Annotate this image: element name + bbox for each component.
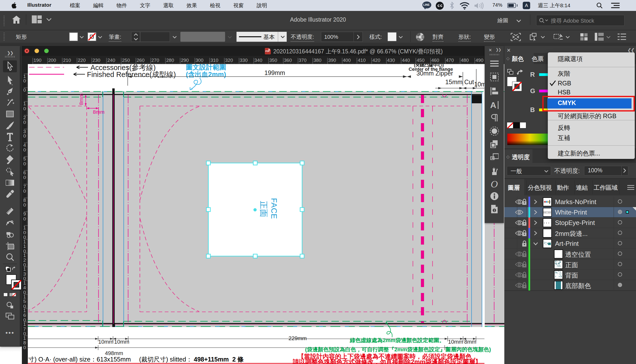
svg-text:430: 430: [387, 58, 395, 63]
svg-text:8: 8: [23, 340, 26, 346]
svg-text:240: 240: [107, 58, 115, 63]
svg-text:440: 440: [402, 58, 410, 63]
svg-text:FACE: FACE: [270, 198, 278, 219]
svg-text:340: 340: [254, 58, 262, 63]
svg-text:200: 200: [48, 58, 56, 63]
svg-text:0: 0: [23, 106, 26, 111]
svg-text:210: 210: [63, 58, 71, 63]
svg-text:8: 8: [23, 198, 26, 203]
svg-text:8mm: 8mm: [78, 93, 84, 105]
svg-text:8mm: 8mm: [93, 109, 105, 115]
svg-text:1: 1: [23, 253, 26, 258]
svg-text:2: 2: [23, 115, 26, 120]
svg-text:0: 0: [23, 188, 26, 194]
svg-text:5: 5: [23, 156, 26, 162]
svg-text:270: 270: [151, 58, 159, 63]
svg-text:229mm: 229mm: [288, 335, 307, 342]
svg-text:0: 0: [23, 161, 26, 166]
svg-text:10mm: 10mm: [114, 339, 129, 345]
svg-text:350: 350: [269, 58, 277, 63]
svg-text:498mm: 498mm: [105, 350, 123, 356]
svg-text:450: 450: [417, 58, 425, 63]
svg-text:1: 1: [23, 225, 26, 230]
svg-text:5: 5: [23, 299, 26, 304]
svg-text:10mm: 10mm: [98, 339, 113, 345]
svg-text:1: 1: [23, 322, 26, 327]
svg-text:480: 480: [461, 58, 469, 63]
svg-text:400: 400: [343, 58, 351, 63]
svg-text:250: 250: [122, 58, 130, 63]
svg-text:1: 1: [23, 266, 26, 272]
svg-text:220: 220: [78, 58, 86, 63]
svg-text:0: 0: [23, 147, 26, 152]
svg-text:正面: 正面: [259, 201, 268, 217]
svg-text:0: 0: [23, 175, 26, 180]
svg-text:0: 0: [23, 345, 26, 350]
svg-text:0: 0: [23, 216, 26, 222]
svg-text:0: 0: [23, 78, 26, 84]
svg-text:1: 1: [23, 308, 26, 313]
svg-text:6: 6: [23, 312, 26, 318]
svg-text:0: 0: [23, 230, 26, 235]
svg-text:10mm: 10mm: [448, 339, 463, 345]
svg-text:410: 410: [358, 58, 366, 63]
svg-text:15mm Cut: 15mm Cut: [445, 78, 474, 86]
svg-text:490: 490: [475, 58, 483, 63]
svg-text:190: 190: [34, 58, 42, 63]
svg-text:199mm: 199mm: [264, 69, 285, 76]
svg-text:300: 300: [196, 58, 204, 63]
svg-text:380: 380: [314, 58, 321, 63]
svg-text:460: 460: [431, 58, 439, 63]
svg-text:0: 0: [23, 202, 26, 208]
svg-text:1: 1: [23, 280, 26, 286]
svg-text:1: 1: [23, 336, 26, 341]
svg-text:圖文設計範圍: 圖文設計範圍: [186, 64, 226, 71]
svg-text:9: 9: [23, 211, 26, 216]
svg-text:(含出血2mm): (含出血2mm): [186, 71, 226, 78]
svg-text:260: 260: [137, 58, 145, 63]
svg-text:綠色虛線處為2mm袋邊顏色設定範圍。: 綠色虛線處為2mm袋邊顏色設定範圍。: [350, 337, 444, 344]
svg-text:310: 310: [210, 58, 218, 63]
svg-text:470: 470: [446, 58, 454, 63]
svg-text:1: 1: [23, 101, 26, 106]
svg-text:(袋邊顏色預設為白色，可自行調整『2mm袋邊顏色設定』圖層內: (袋邊顏色預設為白色，可自行調整『2mm袋邊顏色設定』圖層內的色塊顏色): [305, 346, 491, 352]
svg-text:(裁切尺寸) slitted：: (裁切尺寸) slitted：: [139, 356, 192, 363]
svg-text:230: 230: [93, 58, 100, 63]
svg-text:0: 0: [23, 133, 26, 138]
svg-text:30mm Zipper: 30mm Zipper: [416, 70, 453, 77]
svg-text:6: 6: [23, 170, 26, 175]
svg-text:寸) O·A· (over-all) size：613x15: 寸) O·A· (over-all) size：613x155mm: [28, 356, 131, 363]
svg-text:8mm: 8mm: [464, 339, 476, 345]
svg-text:280: 280: [166, 58, 174, 63]
svg-text:330: 330: [240, 58, 248, 63]
svg-text:320: 320: [225, 58, 233, 63]
svg-text:390: 390: [328, 58, 336, 63]
svg-text:498+115mm 2 條: 498+115mm 2 條: [194, 356, 244, 363]
svg-text:2: 2: [23, 258, 26, 263]
svg-text:4: 4: [23, 142, 26, 148]
svg-text:A: A: [490, 100, 496, 110]
svg-text:4: 4: [23, 285, 26, 290]
svg-text:請以調整色塊顏色方式做修改，勿直接刪除2mm袋邊顏色設定圖層: 請以調整色塊顏色方式做修改，勿直接刪除2mm袋邊顏色設定圖層】: [293, 358, 481, 364]
svg-text:O: O: [491, 180, 498, 189]
svg-text:370: 370: [299, 58, 307, 63]
svg-text:1: 1: [23, 244, 26, 249]
svg-text:0: 0: [23, 88, 26, 92]
svg-text:0: 0: [23, 120, 26, 125]
svg-text:420: 420: [372, 58, 380, 63]
svg-text:290: 290: [181, 58, 189, 63]
svg-text:360: 360: [284, 58, 292, 63]
